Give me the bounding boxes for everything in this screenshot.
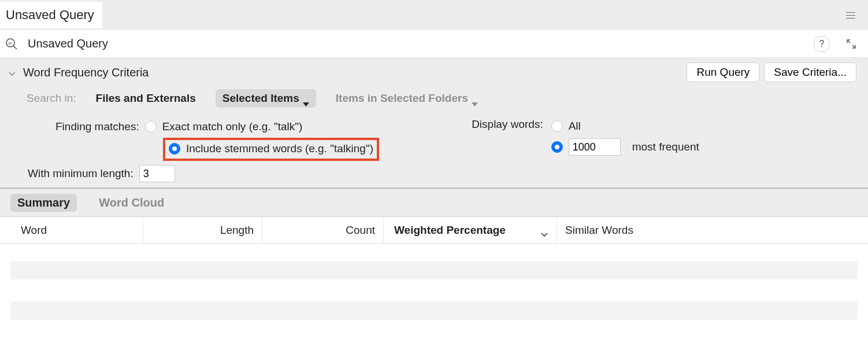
table-row-placeholder [10,301,858,320]
disclosure-toggle[interactable] [8,68,17,77]
column-header-count[interactable]: Count [262,217,384,243]
results-table: Word Length Count Weighted Percentage Si… [0,217,868,353]
radio-exact-match-label: Exact match only (e.g. "talk") [162,120,303,133]
word-frequency-glyph-icon: w [3,36,20,52]
radio-exact-match[interactable] [145,121,157,133]
run-query-button[interactable]: Run Query [687,62,759,82]
criteria-panel: Word Frequency Criteria Run Query Save C… [0,58,868,189]
sort-descending-icon [540,227,548,233]
header-title: Unsaved Query [28,37,108,50]
tab-word-cloud[interactable]: Word Cloud [92,194,171,212]
radio-display-most-frequent[interactable] [551,141,563,153]
min-length-label: With minimum length: [28,167,133,180]
scope-option-files[interactable]: Files and Externals [96,92,196,105]
column-header-length[interactable]: Length [143,217,262,243]
display-count-input[interactable] [569,138,621,156]
column-header-weighted-percentage[interactable]: Weighted Percentage [384,217,557,243]
criteria-title: Word Frequency Criteria [23,66,682,79]
highlighted-option: Include stemmed words (e.g. "talking") [163,138,379,161]
results-tabs: Summary Word Cloud [0,189,868,217]
svg-marker-5 [303,102,309,106]
search-in-label: Search in: [27,92,76,105]
scope-option-selected-items[interactable]: Selected Items [216,89,316,108]
help-button[interactable]: ? [814,36,830,52]
tab-summary[interactable]: Summary [10,194,77,212]
most-frequent-label: most frequent [632,141,699,153]
svg-marker-6 [472,102,478,106]
scope-option-selected-items-label: Selected Items [222,92,299,105]
column-header-word[interactable]: Word [0,217,143,243]
svg-text:w: w [8,41,12,46]
column-header-similar-words[interactable]: Similar Words [557,217,868,243]
scope-option-folders-label: Items in Selected Folders [336,92,468,105]
save-criteria-button[interactable]: Save Criteria... [764,62,856,82]
expand-icon[interactable] [846,39,856,49]
svg-line-3 [848,41,850,43]
column-header-weighted-percentage-label: Weighted Percentage [394,224,506,237]
table-row-placeholder [10,261,858,280]
radio-stemmed-words[interactable] [169,143,180,155]
radio-display-all-label: All [569,120,581,133]
hamburger-icon[interactable] [843,9,859,22]
svg-line-4 [852,45,855,47]
radio-display-all[interactable] [551,120,563,132]
dropdown-caret-icon [472,97,478,101]
dropdown-caret-icon [303,97,309,101]
finding-matches-label: Finding matches: [55,120,139,133]
radio-stemmed-words-label: Include stemmed words (e.g. "talking") [186,142,373,155]
svg-line-1 [13,46,17,49]
scope-option-folders[interactable]: Items in Selected Folders [336,92,478,105]
display-words-label: Display words: [472,118,543,130]
window-title-tab: Unsaved Query [0,2,102,28]
header-bar: w Unsaved Query ? [0,30,868,58]
min-length-input[interactable] [139,165,175,182]
